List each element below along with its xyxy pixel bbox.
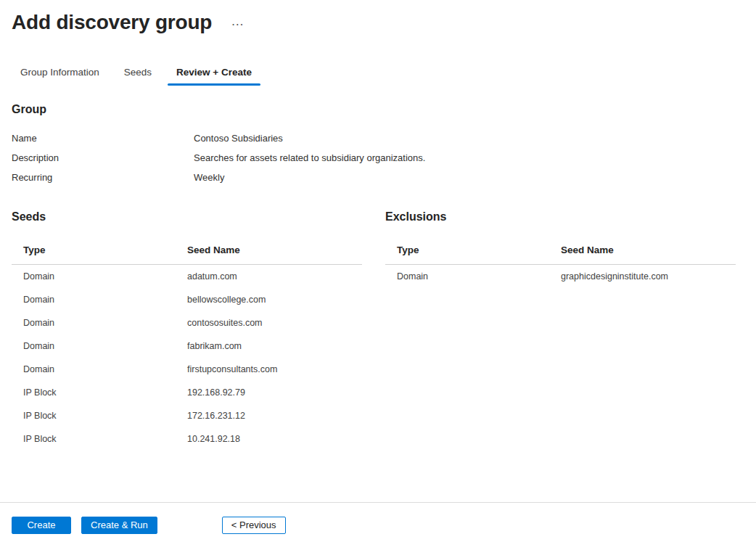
field-value: Contoso Subsidiaries xyxy=(194,133,744,144)
field-label: Name xyxy=(12,133,194,144)
seeds-section-heading: Seeds xyxy=(12,209,362,224)
exclusions-column: Exclusions Type Seed Name Domain graphic… xyxy=(385,209,736,451)
seed-name-cell: fabrikam.com xyxy=(176,341,362,351)
tab-review-create[interactable]: Review + Create xyxy=(168,61,260,86)
table-row[interactable]: IP Block 10.241.92.18 xyxy=(12,427,362,451)
seed-type-cell: IP Block xyxy=(12,411,176,421)
seed-name-cell: 10.241.92.18 xyxy=(176,434,362,444)
seeds-table: Type Seed Name Domain adatum.com Domain … xyxy=(12,234,362,451)
table-row[interactable]: Domain adatum.com xyxy=(12,265,362,288)
seed-type-cell: IP Block xyxy=(12,434,176,444)
column-header-seed-name: Seed Name xyxy=(549,234,736,264)
seed-name-cell: 192.168.92.79 xyxy=(176,387,362,398)
field-row: Name Contoso Subsidiaries xyxy=(12,128,744,148)
previous-button[interactable]: < Previous xyxy=(222,517,286,534)
seeds-exclusions-area: Seeds Type Seed Name Domain adatum.com D… xyxy=(12,209,744,451)
table-row[interactable]: Domain graphicdesigninstitute.com xyxy=(385,265,736,288)
seed-type-cell: IP Block xyxy=(12,387,176,398)
exclusions-table-body: Domain graphicdesigninstitute.com xyxy=(385,265,736,288)
seed-name-cell: firstupconsultants.com xyxy=(176,364,362,374)
seed-type-cell: Domain xyxy=(12,271,176,282)
breadcrumb[interactable]: discovery groups xyxy=(0,0,756,3)
seed-name-cell: contososuites.com xyxy=(176,318,362,328)
field-value: Searches for assets related to subsidiar… xyxy=(194,152,744,164)
seeds-column: Seeds Type Seed Name Domain adatum.com D… xyxy=(12,209,362,451)
field-label: Recurring xyxy=(12,172,194,184)
field-value: Weekly xyxy=(194,172,744,184)
add-discovery-group-page: Add discovery group … Group Information … xyxy=(0,0,756,451)
seeds-table-body: Domain adatum.com Domain bellowscollege.… xyxy=(12,265,362,451)
seed-name-cell: bellowscollege.com xyxy=(176,295,362,305)
title-row: Add discovery group … xyxy=(12,9,744,36)
field-row: Description Searches for assets related … xyxy=(12,148,744,168)
table-row[interactable]: Domain fabrikam.com xyxy=(12,334,362,358)
field-row: Recurring Weekly xyxy=(12,168,744,187)
create-and-run-button[interactable]: Create & Run xyxy=(81,517,157,534)
tab-bar: Group Information Seeds Review + Create xyxy=(12,61,744,86)
tab-group-information[interactable]: Group Information xyxy=(12,61,108,86)
group-section-heading: Group xyxy=(12,102,744,117)
column-header-seed-name: Seed Name xyxy=(176,234,362,264)
page-title: Add discovery group xyxy=(12,9,212,36)
seed-type-cell: Domain xyxy=(12,295,176,305)
breadcrumb-link[interactable]: discovery groups xyxy=(103,1,174,3)
exclusions-table-header: Type Seed Name xyxy=(385,234,736,265)
create-button[interactable]: Create xyxy=(12,517,71,534)
seed-type-cell: Domain xyxy=(12,341,176,351)
field-label: Description xyxy=(12,152,194,164)
seed-type-cell: Domain xyxy=(385,271,549,282)
more-options-icon[interactable]: … xyxy=(231,15,244,28)
table-row[interactable]: IP Block 192.168.92.79 xyxy=(12,381,362,404)
seed-name-cell: graphicdesigninstitute.com xyxy=(549,271,736,282)
group-summary-fields: Name Contoso Subsidiaries Description Se… xyxy=(12,128,744,187)
seed-type-cell: Domain xyxy=(12,364,176,374)
exclusions-section-heading: Exclusions xyxy=(385,209,736,224)
table-row[interactable]: Domain firstupconsultants.com xyxy=(12,358,362,381)
seeds-table-header: Type Seed Name xyxy=(12,234,362,265)
footer-action-bar: Create Create & Run < Previous xyxy=(0,502,756,542)
column-header-type: Type xyxy=(12,234,176,264)
table-row[interactable]: Domain contososuites.com xyxy=(12,311,362,334)
seed-name-cell: adatum.com xyxy=(176,271,362,282)
seed-type-cell: Domain xyxy=(12,318,176,328)
column-header-type: Type xyxy=(385,234,549,264)
tab-seeds[interactable]: Seeds xyxy=(115,61,160,86)
table-row[interactable]: IP Block 172.16.231.12 xyxy=(12,404,362,427)
table-row[interactable]: Domain bellowscollege.com xyxy=(12,288,362,311)
seed-name-cell: 172.16.231.12 xyxy=(176,411,362,421)
exclusions-table: Type Seed Name Domain graphicdesigninsti… xyxy=(385,234,736,288)
